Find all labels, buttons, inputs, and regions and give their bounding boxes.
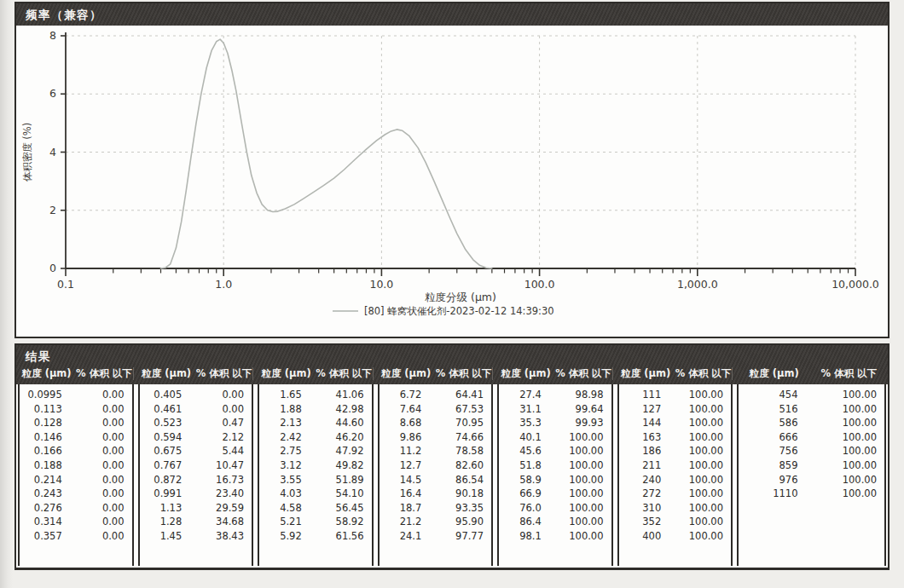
size-cell: 0.146 bbox=[20, 430, 76, 445]
table-row: 8.6870.95 bbox=[380, 416, 492, 430]
table-row: 0.76710.47 bbox=[140, 458, 252, 473]
size-cell: 0.243 bbox=[20, 487, 76, 501]
size-cell: 5.92 bbox=[259, 529, 316, 544]
pct-cell: 0.00 bbox=[76, 529, 132, 544]
table-row: 14.586.54 bbox=[380, 473, 492, 487]
pct-cell: 100.00 bbox=[555, 458, 611, 473]
pct-cell: 0.00 bbox=[76, 501, 132, 516]
table-row: 0.99123.40 bbox=[140, 487, 252, 501]
table-group: 111100.00127100.00144100.00163100.001861… bbox=[617, 384, 733, 566]
table-row: 586100.00 bbox=[739, 416, 884, 430]
pct-cell: 100.00 bbox=[675, 529, 731, 544]
pct-cell: 46.20 bbox=[316, 430, 372, 445]
pct-cell: 100.00 bbox=[555, 444, 611, 458]
table-row: 1110100.00 bbox=[739, 487, 884, 501]
table-row: 976100.00 bbox=[739, 473, 884, 487]
distribution-curve bbox=[161, 39, 492, 268]
size-cell: 86.4 bbox=[499, 515, 555, 529]
pct-cell: 47.92 bbox=[316, 444, 372, 458]
pct-cell: 0.00 bbox=[76, 416, 132, 430]
y-tick-label: 8 bbox=[49, 29, 56, 42]
pct-cell: 0.00 bbox=[195, 388, 252, 402]
x-axis-title: 粒度分级 (μm) bbox=[425, 291, 496, 303]
size-cell: 3.55 bbox=[259, 473, 316, 487]
table-row: 0.3570.00 bbox=[20, 529, 132, 544]
table-row: 0.2140.00 bbox=[20, 473, 132, 487]
pct-cell: 86.54 bbox=[435, 473, 491, 487]
table-row: 3.5551.89 bbox=[259, 473, 372, 487]
pct-cell: 23.40 bbox=[195, 487, 252, 501]
size-cell: 859 bbox=[739, 458, 811, 473]
table-row: 454100.00 bbox=[739, 388, 884, 402]
table-row: 0.2760.00 bbox=[20, 501, 132, 516]
table-row: 0.6755.44 bbox=[140, 444, 252, 458]
col-header-group: 粒度 (μm)% 体积 以下 bbox=[258, 367, 374, 380]
table-row: 16.490.18 bbox=[380, 487, 492, 501]
table-row: 756100.00 bbox=[739, 444, 884, 458]
size-cell: 0.523 bbox=[140, 416, 196, 430]
size-cell: 0.0995 bbox=[20, 388, 76, 402]
col-header-group: 粒度 (μm)% 体积 以下 bbox=[138, 367, 254, 380]
table-row: 4.0354.10 bbox=[259, 487, 372, 501]
col-header-group: 粒度 (μm)% 体积 以下 bbox=[617, 367, 733, 380]
size-cell: 8.68 bbox=[380, 416, 436, 430]
results-col-headers: 粒度 (μm)% 体积 以下粒度 (μm)% 体积 以下粒度 (μm)% 体积 … bbox=[16, 366, 888, 384]
table-row: 0.2430.00 bbox=[20, 487, 132, 501]
pct-cell: 38.43 bbox=[195, 529, 252, 544]
table-row: 2.4246.20 bbox=[259, 430, 372, 445]
size-cell: 0.594 bbox=[140, 430, 196, 445]
size-cell: 0.166 bbox=[20, 444, 76, 458]
table-group: 27.498.9831.199.6435.399.9340.1100.0045.… bbox=[497, 384, 613, 566]
pct-cell: 41.06 bbox=[316, 388, 372, 402]
table-row: 9.8674.66 bbox=[380, 430, 492, 445]
table-row: 144100.00 bbox=[619, 416, 732, 430]
size-cell: 516 bbox=[739, 402, 811, 417]
x-tick-label: 10.0 bbox=[369, 278, 393, 291]
pct-cell: 95.90 bbox=[435, 515, 491, 529]
size-cell: 2.13 bbox=[259, 416, 316, 430]
results-header: 结果 粒度 (μm)% 体积 以下粒度 (μm)% 体积 以下粒度 (μm)% … bbox=[16, 345, 888, 384]
table-row: 1.2834.68 bbox=[140, 515, 252, 529]
table-row: 40.1100.00 bbox=[499, 430, 611, 445]
pct-cell: 16.73 bbox=[195, 473, 252, 487]
pct-cell: 97.77 bbox=[435, 529, 491, 544]
table-row: 0.4610.00 bbox=[140, 402, 252, 417]
size-cell: 51.8 bbox=[499, 458, 555, 473]
col-header-group: 粒度 (μm)% 体积 以下 bbox=[737, 367, 886, 380]
size-col-header: 粒度 (μm) bbox=[258, 367, 315, 380]
pct-cell: 5.44 bbox=[195, 444, 252, 458]
pct-cell: 42.98 bbox=[316, 402, 372, 417]
size-cell: 35.3 bbox=[499, 416, 555, 430]
table-row: 400100.00 bbox=[619, 529, 732, 544]
pct-cell: 49.82 bbox=[316, 458, 372, 473]
size-cell: 0.276 bbox=[20, 501, 76, 516]
table-row: 666100.00 bbox=[739, 430, 884, 445]
col-header-group: 粒度 (μm)% 体积 以下 bbox=[18, 367, 134, 380]
pct-cell: 0.00 bbox=[76, 487, 132, 501]
pct-cell: 78.58 bbox=[435, 444, 491, 458]
pct-cell: 100.00 bbox=[675, 430, 731, 445]
table-row: 1.8842.98 bbox=[259, 402, 372, 417]
pct-cell: 0.00 bbox=[76, 515, 132, 529]
table-row: 3.1249.82 bbox=[259, 458, 372, 473]
table-row: 0.4050.00 bbox=[140, 388, 252, 402]
pct-cell: 90.18 bbox=[435, 487, 491, 501]
y-tick-label: 4 bbox=[49, 146, 56, 159]
table-row: 45.6100.00 bbox=[499, 444, 611, 458]
table-row: 51.8100.00 bbox=[499, 458, 611, 473]
table-group: 6.7264.417.6467.538.6870.959.8674.6611.2… bbox=[378, 384, 494, 566]
size-cell: 40.1 bbox=[499, 430, 555, 445]
table-row: 0.5230.47 bbox=[140, 416, 252, 430]
table-row: 352100.00 bbox=[619, 515, 732, 529]
results-table-panel: 结果 粒度 (μm)% 体积 以下粒度 (μm)% 体积 以下粒度 (μm)% … bbox=[14, 343, 890, 570]
pct-cell: 0.00 bbox=[76, 444, 132, 458]
pct-cell: 82.60 bbox=[435, 458, 491, 473]
pct-cell: 0.00 bbox=[76, 458, 132, 473]
size-cell: 5.21 bbox=[259, 515, 316, 529]
table-group: 0.4050.000.4610.000.5230.470.5942.120.67… bbox=[138, 384, 254, 566]
size-cell: 454 bbox=[739, 388, 811, 402]
size-cell: 666 bbox=[739, 430, 811, 445]
pct-cell: 100.00 bbox=[675, 402, 731, 417]
pct-cell: 74.66 bbox=[435, 430, 491, 445]
size-cell: 27.4 bbox=[499, 388, 555, 402]
